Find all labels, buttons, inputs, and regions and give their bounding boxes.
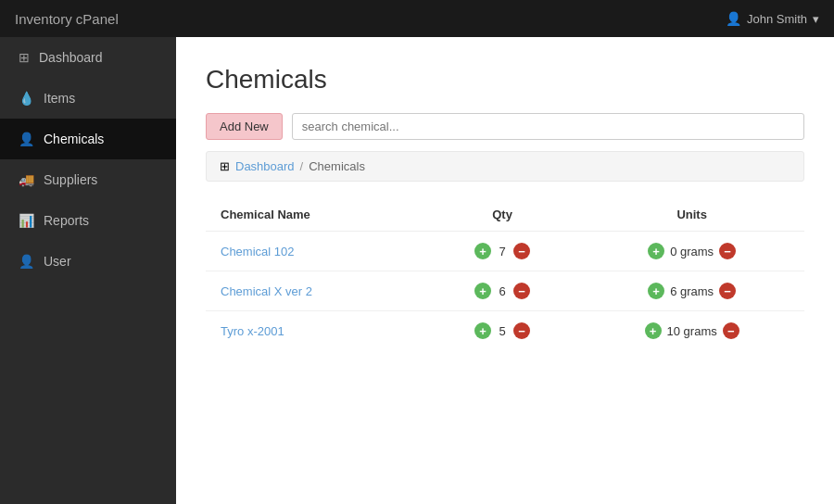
chem-name-cell: Chemical 102 [206, 232, 425, 271]
breadcrumb-current: Chemicals [309, 159, 365, 173]
breadcrumb-separator: / [300, 159, 304, 173]
main-content: Chemicals Add New ⊞ Dashboard / Chemical… [176, 37, 834, 504]
sidebar-item-label: Items [44, 91, 75, 106]
col-header-qty: Qty [425, 198, 579, 232]
units-value: 0 grams [670, 245, 714, 258]
chem-qty-cell: + 7 − [425, 232, 579, 271]
qty-value: 7 [497, 245, 508, 258]
sidebar-item-label: Chemicals [44, 132, 104, 146]
units-increase-button[interactable]: + [648, 243, 664, 259]
chem-name-link[interactable]: Chemical X ver 2 [221, 284, 312, 298]
sidebar-item-dashboard[interactable]: ⊞ Dashboard [0, 37, 176, 78]
dashboard-icon: ⊞ [19, 50, 30, 65]
user-nav-icon: 👤 [19, 254, 34, 269]
chem-name-link[interactable]: Tyro x-2001 [221, 324, 284, 338]
sidebar-item-label: Reports [44, 213, 89, 228]
sidebar-item-label: User [44, 254, 71, 269]
chem-units-cell: + 10 grams − [579, 311, 804, 351]
qty-decrease-button[interactable]: − [513, 322, 530, 339]
units-value: 10 grams [667, 324, 717, 338]
units-decrease-button[interactable]: − [719, 283, 736, 299]
chem-units-cell: + 6 grams − [579, 271, 804, 311]
breadcrumb: ⊞ Dashboard / Chemicals [206, 151, 804, 182]
reports-icon: 📊 [19, 213, 34, 228]
chem-name-link[interactable]: Chemical 102 [221, 245, 295, 258]
units-increase-button[interactable]: + [648, 283, 664, 299]
chem-name-cell: Tyro x-2001 [206, 311, 425, 351]
items-icon: 💧 [19, 91, 34, 106]
table-row: Chemical X ver 2 + 6 − + 6 grams − [206, 271, 804, 311]
chevron-down-icon: ▾ [813, 12, 819, 26]
chem-qty-cell: + 6 − [425, 271, 579, 311]
sidebar-item-reports[interactable]: 📊 Reports [0, 200, 176, 241]
qty-value: 6 [497, 284, 508, 298]
units-decrease-button[interactable]: − [723, 322, 739, 339]
toolbar: Add New [206, 113, 804, 140]
user-menu[interactable]: 👤 John Smith ▾ [726, 11, 819, 26]
qty-increase-button[interactable]: + [474, 322, 491, 339]
qty-value: 5 [497, 324, 508, 338]
app-brand: Inventory cPanel [15, 11, 119, 27]
col-header-name: Chemical Name [206, 198, 425, 232]
sidebar: ⊞ Dashboard 💧 Items 👤 Chemicals 🚚 Suppli… [0, 37, 176, 504]
navbar: Inventory cPanel 👤 John Smith ▾ [0, 0, 834, 37]
sidebar-item-suppliers[interactable]: 🚚 Suppliers [0, 159, 176, 200]
qty-decrease-button[interactable]: − [513, 283, 530, 299]
qty-increase-button[interactable]: + [474, 243, 491, 259]
user-icon: 👤 [726, 11, 741, 26]
qty-increase-button[interactable]: + [474, 283, 491, 299]
sidebar-item-items[interactable]: 💧 Items [0, 78, 176, 119]
col-header-units: Units [579, 198, 804, 232]
chem-name-cell: Chemical X ver 2 [206, 271, 425, 311]
qty-decrease-button[interactable]: − [513, 243, 530, 259]
table-header-row: Chemical Name Qty Units [206, 198, 804, 232]
suppliers-icon: 🚚 [19, 172, 34, 187]
sidebar-item-chemicals[interactable]: 👤 Chemicals [0, 119, 176, 159]
chem-qty-cell: + 5 − [425, 311, 579, 351]
add-new-button[interactable]: Add New [206, 113, 283, 140]
layout: ⊞ Dashboard 💧 Items 👤 Chemicals 🚚 Suppli… [0, 37, 834, 504]
sidebar-item-label: Suppliers [44, 172, 97, 187]
page-title: Chemicals [206, 65, 804, 94]
units-increase-button[interactable]: + [645, 322, 662, 339]
table-row: Tyro x-2001 + 5 − + 10 grams − [206, 311, 804, 351]
table-row: Chemical 102 + 7 − + 0 grams − [206, 232, 804, 271]
breadcrumb-home-link[interactable]: Dashboard [235, 159, 295, 173]
search-input[interactable] [292, 113, 804, 140]
chemicals-table: Chemical Name Qty Units Chemical 102 + 7… [206, 198, 804, 350]
sidebar-item-user[interactable]: 👤 User [0, 241, 176, 282]
units-decrease-button[interactable]: − [719, 243, 736, 259]
sidebar-item-label: Dashboard [39, 50, 103, 65]
units-value: 6 grams [670, 284, 714, 298]
user-label: John Smith [747, 12, 807, 26]
chem-units-cell: + 0 grams − [579, 232, 804, 271]
chemicals-icon: 👤 [19, 132, 34, 146]
breadcrumb-home-icon: ⊞ [220, 159, 230, 173]
